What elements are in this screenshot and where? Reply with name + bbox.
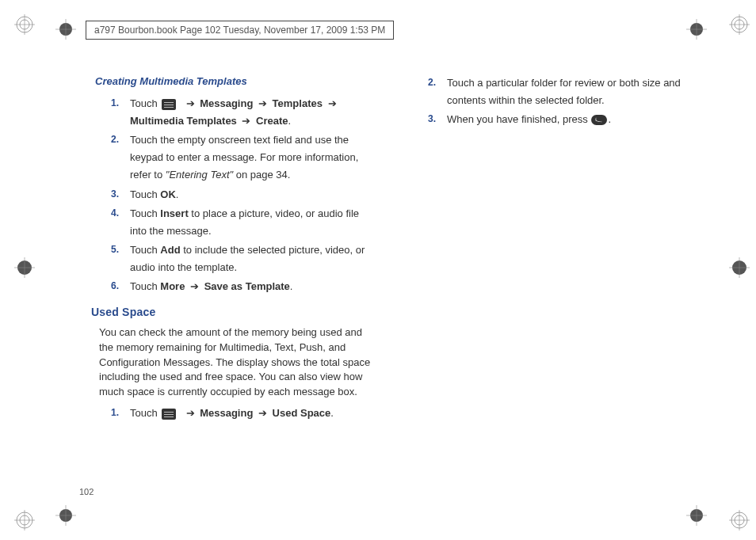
crop-mark-icon (729, 14, 750, 35)
list-number: 2. (111, 131, 130, 184)
list-item: 3.When you have finished, press . (428, 111, 689, 128)
list-item: 1.Touch ➔ Messaging ➔ Templates ➔ Multim… (111, 95, 372, 130)
page-header-info: a797 Bourbon.book Page 102 Tuesday, Nove… (86, 21, 394, 40)
menu-icon (162, 409, 176, 420)
list-number: 3. (111, 186, 130, 203)
list-text: Touch More ➔ Save as Template. (130, 278, 372, 295)
list-number: 6. (111, 278, 130, 295)
list-number: 5. (111, 241, 130, 276)
list-item: 4.Touch Insert to place a picture, video… (111, 205, 372, 240)
list-text: Touch Add to include the selected pictur… (130, 241, 372, 276)
list-item: 2.Touch the empty onscreen text field an… (111, 131, 372, 184)
crop-mark-icon (686, 19, 707, 40)
list-text: Touch Insert to place a picture, video, … (130, 205, 372, 240)
list-text: Touch a particular folder for review or … (447, 74, 689, 109)
crop-mark-icon (55, 505, 76, 526)
list-item: 5.Touch Add to include the selected pict… (111, 241, 372, 276)
used-space-description: You can check the amount of the memory b… (99, 325, 372, 400)
crop-mark-icon (55, 19, 76, 40)
crop-mark-icon (14, 510, 35, 530)
list-number: 4. (111, 205, 130, 240)
menu-icon (162, 99, 176, 110)
list-text: Touch the empty onscreen text field and … (130, 131, 372, 184)
page-number: 102 (79, 487, 94, 496)
list-number: 1. (111, 405, 130, 422)
crop-mark-icon (14, 14, 35, 35)
right-column: 2.Touch a particular folder for review o… (396, 73, 689, 424)
list-text: When you have finished, press . (447, 111, 689, 128)
list-item: 3.Touch OK. (111, 186, 372, 203)
crop-mark-icon (729, 510, 750, 530)
list-number: 3. (428, 111, 447, 128)
back-icon (591, 115, 607, 125)
list-item: 2.Touch a particular folder for review o… (428, 74, 689, 109)
list-text: Touch ➔ Messaging ➔ Templates ➔ Multimed… (130, 95, 372, 130)
list-number: 1. (111, 95, 130, 130)
section-heading-creating: Creating Multimedia Templates (95, 73, 372, 90)
section-heading-used-space: Used Space (91, 303, 372, 322)
list-item: 1.Touch ➔ Messaging ➔ Used Space. (111, 405, 372, 422)
crop-mark-icon (686, 505, 707, 526)
page-content: Creating Multimedia Templates 1.Touch ➔ … (79, 73, 689, 424)
crop-mark-icon (729, 257, 750, 278)
left-column: Creating Multimedia Templates 1.Touch ➔ … (79, 73, 372, 424)
crop-mark-icon (14, 257, 35, 278)
list-text: Touch ➔ Messaging ➔ Used Space. (130, 405, 372, 422)
list-number: 2. (428, 74, 447, 109)
list-item: 6.Touch More ➔ Save as Template. (111, 278, 372, 295)
list-text: Touch OK. (130, 186, 372, 203)
